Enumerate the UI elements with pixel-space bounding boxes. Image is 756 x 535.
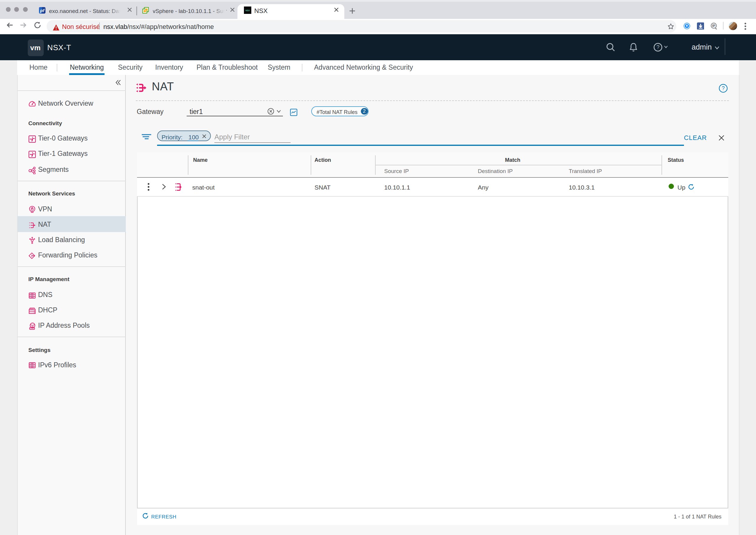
svg-text:NSX: NSX [245,10,250,12]
svg-text:pf: pf [40,8,45,13]
svg-text:?: ? [722,85,725,91]
svg-text:IP: IP [712,24,715,27]
svg-text:?: ? [657,44,659,50]
